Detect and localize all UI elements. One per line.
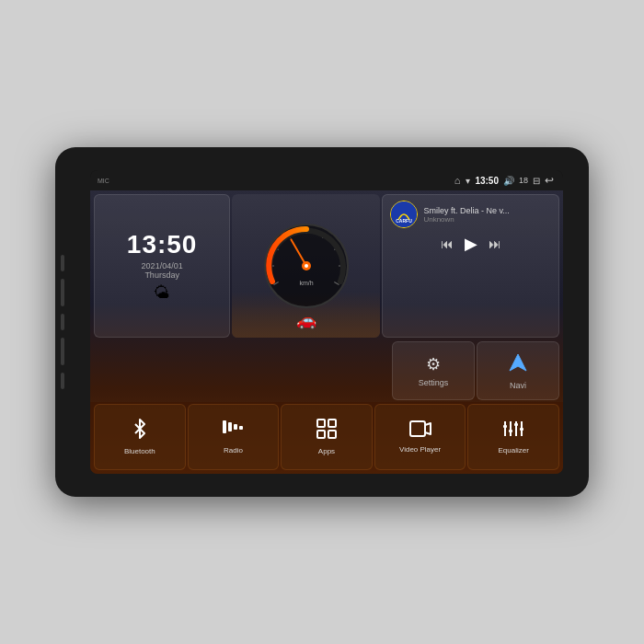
video-player-button[interactable]: Video Player (374, 404, 466, 470)
svg-text:CARFU: CARFU (397, 218, 413, 224)
video-player-label: Video Player (399, 445, 441, 454)
speedo-svg: km/h (256, 215, 357, 316)
apps-icon (316, 419, 337, 443)
speedometer-panel: km/h 🚗 (232, 194, 380, 338)
navi-button[interactable]: Navi (477, 341, 559, 400)
screen: MIC ⌂ ▾ 13:50 🔊 18 ⊟ ↩ 13:50 2021/04/01 … (90, 170, 563, 474)
car-icon: 🚗 (296, 310, 316, 330)
svg-rect-30 (503, 425, 507, 428)
svg-rect-33 (520, 428, 523, 431)
side-btn-1[interactable] (61, 255, 64, 271)
svg-rect-23 (317, 431, 325, 438)
equalizer-icon (502, 420, 524, 443)
main-content: 13:50 2021/04/01 Thursday 🌤 (90, 190, 563, 474)
speedometer: km/h (256, 215, 357, 316)
svg-marker-16 (510, 354, 526, 371)
settings-button[interactable]: ⚙ Settings (392, 341, 475, 400)
svg-rect-21 (317, 420, 325, 427)
equalizer-button[interactable]: Equalizer (467, 404, 559, 470)
mic-label: MIC (98, 178, 109, 184)
svg-rect-20 (239, 426, 243, 430)
clock-day: Thursday (144, 270, 179, 280)
bottom-app-bar: Bluetooth Radio (90, 402, 563, 474)
video-icon (409, 420, 431, 442)
next-button[interactable]: ⏭ (489, 236, 501, 251)
radio-icon (222, 420, 244, 443)
svg-rect-22 (328, 420, 336, 427)
wifi-icon: ▾ (466, 176, 470, 186)
navi-label: Navi (510, 381, 526, 390)
svg-rect-25 (410, 421, 425, 436)
play-button[interactable]: ▶ (465, 234, 477, 254)
side-btn-2[interactable] (61, 279, 64, 306)
radio-label: Radio (224, 446, 243, 454)
prev-button[interactable]: ⏮ (441, 236, 454, 251)
media-info: Smiley ft. Delia - Ne v... Unknown (423, 206, 551, 224)
svg-text:km/h: km/h (299, 280, 313, 286)
settings-label: Settings (419, 378, 449, 387)
side-buttons (61, 255, 64, 389)
media-logo: CARFU (390, 201, 418, 228)
settings-area: ⚙ Settings Navi (90, 339, 563, 402)
side-btn-3[interactable] (61, 314, 64, 330)
side-btn-5[interactable] (61, 373, 64, 389)
apps-label: Apps (318, 447, 335, 455)
side-btn-4[interactable] (61, 338, 64, 365)
bluetooth-label: Bluetooth (124, 447, 155, 455)
clock-date: 2021/04/01 (142, 261, 183, 270)
svg-point-12 (305, 264, 308, 268)
status-time: 13:50 (475, 176, 499, 186)
svg-rect-19 (234, 424, 237, 430)
media-artist: Unknown (423, 215, 551, 224)
svg-rect-17 (223, 420, 226, 433)
equalizer-label: Equalizer (498, 446, 528, 454)
media-header: CARFU Smiley ft. Delia - Ne v... Unknown (390, 201, 551, 228)
media-panel: CARFU Smiley ft. Delia - Ne v... Unknown… (382, 194, 559, 338)
svg-rect-32 (514, 423, 518, 426)
status-bar: MIC ⌂ ▾ 13:50 🔊 18 ⊟ ↩ (90, 170, 563, 190)
car-head-unit: MIC ⌂ ▾ 13:50 🔊 18 ⊟ ↩ 13:50 2021/04/01 … (55, 147, 589, 497)
media-controls: ⏮ ▶ ⏭ (390, 234, 551, 254)
radio-button[interactable]: Radio (188, 404, 280, 470)
media-title: Smiley ft. Delia - Ne v... (423, 206, 551, 215)
clock-panel: 13:50 2021/04/01 Thursday 🌤 (94, 194, 230, 338)
bluetooth-icon (130, 419, 150, 443)
back-icon[interactable]: ↩ (545, 174, 554, 187)
apps-button[interactable]: Apps (281, 404, 373, 470)
svg-rect-24 (328, 431, 336, 438)
settings-spacer (94, 341, 390, 400)
svg-rect-31 (509, 430, 512, 432)
top-section: 13:50 2021/04/01 Thursday 🌤 (90, 190, 563, 339)
status-icons: ▾ 13:50 🔊 18 ⊟ ↩ (466, 174, 554, 187)
volume-icon: 🔊 (503, 176, 514, 186)
home-icon[interactable]: ⌂ (454, 175, 461, 186)
settings-icon: ⚙ (426, 354, 441, 374)
svg-rect-18 (228, 422, 232, 431)
volume-number: 18 (519, 176, 528, 185)
bluetooth-button[interactable]: Bluetooth (94, 404, 186, 470)
weather-icon: 🌤 (154, 283, 170, 303)
screen-icon: ⊟ (533, 176, 540, 186)
clock-time: 13:50 (127, 230, 198, 259)
navi-icon (508, 352, 528, 377)
